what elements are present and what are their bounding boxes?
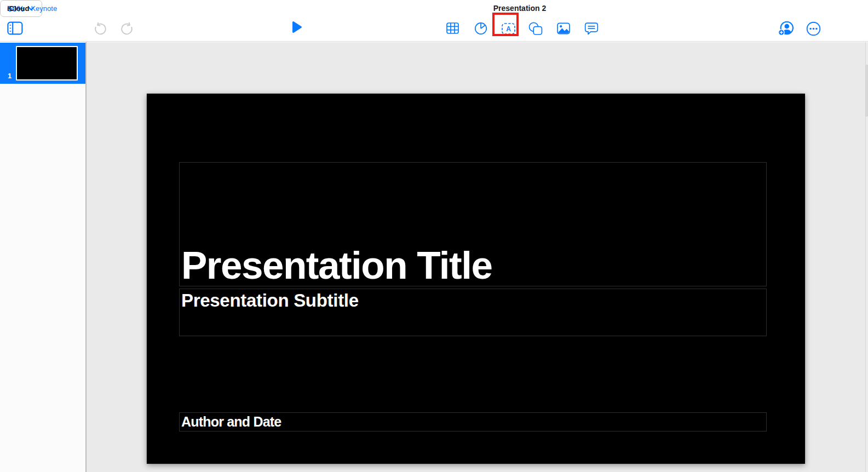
- shape-icon: [528, 22, 543, 37]
- comment-icon: [584, 22, 599, 37]
- media-icon: [557, 22, 570, 36]
- vertical-scrollbar[interactable]: [865, 42, 868, 472]
- insert-shape-button[interactable]: [528, 22, 543, 36]
- author-date-text: Author and Date: [181, 414, 281, 430]
- play-button[interactable]: [292, 21, 302, 34]
- table-icon: [446, 22, 459, 36]
- text-box-icon: A: [502, 23, 515, 36]
- keynote-app: iCloudKeynote Presentation 2 50%: [0, 0, 868, 472]
- insert-table-button[interactable]: [446, 23, 459, 34]
- insert-media-button[interactable]: [557, 23, 570, 35]
- insert-comment-button[interactable]: [584, 23, 599, 36]
- subtitle-text: Presentation Subtitle: [181, 290, 359, 310]
- icloud-logo-text[interactable]: iCloud: [7, 4, 29, 13]
- slide-canvas[interactable]: Presentation Title Presentation Subtitle…: [87, 42, 868, 472]
- more-icon: [806, 21, 821, 38]
- slide-navigator-icon: [7, 21, 23, 37]
- insert-chart-button[interactable]: [474, 22, 487, 36]
- subtitle-text-box[interactable]: Presentation Subtitle: [179, 289, 767, 336]
- slide-number: 1: [8, 72, 12, 80]
- app-brand[interactable]: iCloudKeynote: [7, 4, 57, 13]
- collaborate-icon: [778, 21, 795, 38]
- slide-thumbnail[interactable]: [16, 46, 78, 80]
- title-text: Presentation Title: [181, 246, 492, 285]
- view-sidebar-button[interactable]: [7, 21, 23, 36]
- collaborate-button[interactable]: [778, 21, 795, 37]
- play-icon: [292, 21, 302, 35]
- slide-navigator: 1: [0, 42, 87, 472]
- title-text-box[interactable]: Presentation Title: [179, 162, 767, 286]
- author-date-text-box[interactable]: Author and Date: [179, 412, 767, 431]
- slide-thumbnail-row[interactable]: 1: [0, 43, 85, 84]
- redo-icon: [119, 21, 134, 38]
- slide-editor[interactable]: Presentation Title Presentation Subtitle…: [147, 94, 805, 464]
- document-title: Presentation 2: [493, 4, 546, 13]
- more-options-button[interactable]: [806, 22, 821, 37]
- undo-icon: [93, 21, 108, 38]
- insert-text-box-button[interactable]: A: [502, 24, 515, 35]
- scrollbar-thumb[interactable]: [866, 65, 868, 117]
- chart-icon: [474, 22, 487, 37]
- redo-button[interactable]: [119, 22, 134, 37]
- undo-button[interactable]: [93, 22, 108, 37]
- keynote-logo-text[interactable]: Keynote: [31, 4, 57, 13]
- svg-text:A: A: [506, 25, 511, 33]
- toolbar: iCloudKeynote Presentation 2 50%: [0, 0, 868, 42]
